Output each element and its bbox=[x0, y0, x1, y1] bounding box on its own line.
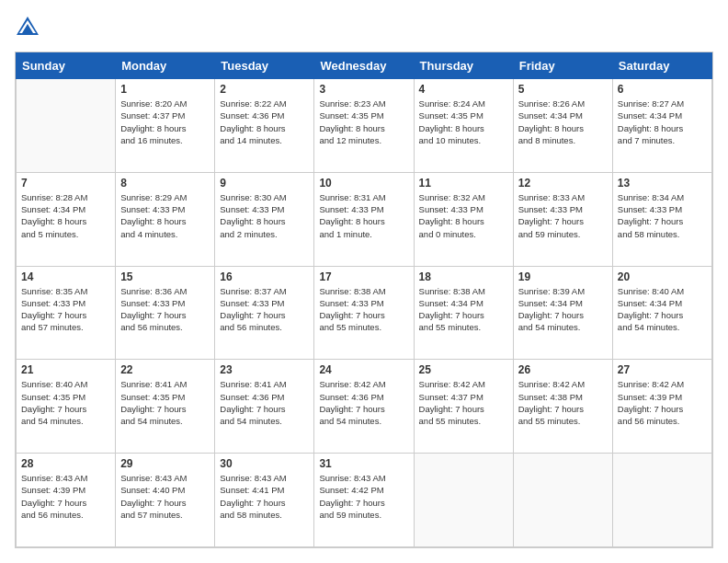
day-number: 8 bbox=[120, 177, 210, 190]
day-header-wednesday: Wednesday bbox=[314, 53, 414, 79]
day-number: 22 bbox=[120, 363, 210, 376]
calendar-cell: 18Sunrise: 8:38 AM Sunset: 4:34 PM Dayli… bbox=[414, 266, 513, 360]
calendar-cell: 13Sunrise: 8:34 AM Sunset: 4:33 PM Dayli… bbox=[612, 172, 711, 266]
day-header-sunday: Sunday bbox=[17, 53, 116, 79]
day-info: Sunrise: 8:33 AM Sunset: 4:33 PM Dayligh… bbox=[518, 191, 608, 240]
day-info: Sunrise: 8:31 AM Sunset: 4:33 PM Dayligh… bbox=[319, 191, 408, 240]
header bbox=[15, 15, 713, 40]
day-number: 16 bbox=[220, 270, 309, 283]
day-info: Sunrise: 8:22 AM Sunset: 4:36 PM Dayligh… bbox=[220, 98, 309, 146]
day-info: Sunrise: 8:30 AM Sunset: 4:33 PM Dayligh… bbox=[220, 191, 309, 240]
calendar-cell: 16Sunrise: 8:37 AM Sunset: 4:33 PM Dayli… bbox=[215, 266, 314, 360]
day-number: 20 bbox=[618, 270, 707, 283]
day-info: Sunrise: 8:43 AM Sunset: 4:39 PM Dayligh… bbox=[21, 472, 110, 521]
day-number: 26 bbox=[518, 363, 608, 376]
day-number: 30 bbox=[220, 457, 309, 470]
day-info: Sunrise: 8:20 AM Sunset: 4:37 PM Dayligh… bbox=[120, 98, 210, 146]
day-info: Sunrise: 8:27 AM Sunset: 4:34 PM Dayligh… bbox=[618, 98, 707, 146]
day-info: Sunrise: 8:42 AM Sunset: 4:39 PM Dayligh… bbox=[618, 378, 707, 427]
calendar-cell: 29Sunrise: 8:43 AM Sunset: 4:40 PM Dayli… bbox=[116, 454, 215, 547]
page: SundayMondayTuesdayWednesdayThursdayFrid… bbox=[0, 0, 728, 563]
day-header-friday: Friday bbox=[513, 53, 612, 79]
calendar-cell bbox=[513, 454, 612, 547]
calendar-cell bbox=[612, 454, 711, 547]
day-number: 23 bbox=[220, 363, 309, 376]
day-info: Sunrise: 8:28 AM Sunset: 4:34 PM Dayligh… bbox=[21, 191, 110, 240]
logo bbox=[15, 15, 44, 40]
day-info: Sunrise: 8:43 AM Sunset: 4:41 PM Dayligh… bbox=[220, 472, 309, 521]
day-number: 10 bbox=[319, 177, 408, 190]
day-number: 3 bbox=[319, 83, 408, 96]
day-number: 5 bbox=[518, 83, 608, 96]
calendar-cell: 23Sunrise: 8:41 AM Sunset: 4:36 PM Dayli… bbox=[215, 360, 314, 454]
calendar-cell: 27Sunrise: 8:42 AM Sunset: 4:39 PM Dayli… bbox=[612, 360, 711, 454]
calendar-cell: 1Sunrise: 8:20 AM Sunset: 4:37 PM Daylig… bbox=[116, 79, 215, 173]
day-info: Sunrise: 8:32 AM Sunset: 4:33 PM Dayligh… bbox=[419, 191, 508, 240]
day-info: Sunrise: 8:40 AM Sunset: 4:34 PM Dayligh… bbox=[618, 285, 707, 334]
day-info: Sunrise: 8:35 AM Sunset: 4:33 PM Dayligh… bbox=[21, 285, 110, 334]
logo-icon bbox=[15, 15, 40, 40]
day-number: 18 bbox=[419, 270, 508, 283]
day-info: Sunrise: 8:43 AM Sunset: 4:40 PM Dayligh… bbox=[120, 472, 210, 521]
calendar-cell: 25Sunrise: 8:42 AM Sunset: 4:37 PM Dayli… bbox=[414, 360, 513, 454]
day-number: 12 bbox=[518, 177, 608, 190]
day-info: Sunrise: 8:41 AM Sunset: 4:36 PM Dayligh… bbox=[220, 378, 309, 427]
calendar-cell bbox=[414, 454, 513, 547]
day-number: 14 bbox=[21, 270, 110, 283]
day-number: 1 bbox=[120, 83, 210, 96]
calendar-cell: 20Sunrise: 8:40 AM Sunset: 4:34 PM Dayli… bbox=[612, 266, 711, 360]
day-number: 31 bbox=[319, 457, 408, 470]
calendar-cell: 6Sunrise: 8:27 AM Sunset: 4:34 PM Daylig… bbox=[612, 79, 711, 173]
calendar-table: SundayMondayTuesdayWednesdayThursdayFrid… bbox=[16, 52, 712, 547]
calendar-cell: 8Sunrise: 8:29 AM Sunset: 4:33 PM Daylig… bbox=[116, 172, 215, 266]
day-info: Sunrise: 8:39 AM Sunset: 4:34 PM Dayligh… bbox=[518, 285, 608, 334]
day-info: Sunrise: 8:37 AM Sunset: 4:33 PM Dayligh… bbox=[220, 285, 309, 334]
calendar-cell: 22Sunrise: 8:41 AM Sunset: 4:35 PM Dayli… bbox=[116, 360, 215, 454]
calendar-cell: 7Sunrise: 8:28 AM Sunset: 4:34 PM Daylig… bbox=[17, 172, 116, 266]
day-header-tuesday: Tuesday bbox=[215, 53, 314, 79]
day-number: 25 bbox=[419, 363, 508, 376]
day-number: 29 bbox=[120, 457, 210, 470]
day-number: 13 bbox=[618, 177, 707, 190]
day-number: 15 bbox=[120, 270, 210, 283]
day-info: Sunrise: 8:43 AM Sunset: 4:42 PM Dayligh… bbox=[319, 472, 408, 521]
calendar-cell: 21Sunrise: 8:40 AM Sunset: 4:35 PM Dayli… bbox=[17, 360, 116, 454]
week-row-3: 21Sunrise: 8:40 AM Sunset: 4:35 PM Dayli… bbox=[17, 360, 712, 454]
calendar-cell: 12Sunrise: 8:33 AM Sunset: 4:33 PM Dayli… bbox=[513, 172, 612, 266]
day-info: Sunrise: 8:24 AM Sunset: 4:35 PM Dayligh… bbox=[419, 98, 508, 146]
calendar-cell: 5Sunrise: 8:26 AM Sunset: 4:34 PM Daylig… bbox=[513, 79, 612, 173]
calendar-cell: 24Sunrise: 8:42 AM Sunset: 4:36 PM Dayli… bbox=[314, 360, 414, 454]
day-number: 21 bbox=[21, 363, 110, 376]
day-number: 24 bbox=[319, 363, 408, 376]
day-info: Sunrise: 8:34 AM Sunset: 4:33 PM Dayligh… bbox=[618, 191, 707, 240]
calendar-header-row: SundayMondayTuesdayWednesdayThursdayFrid… bbox=[17, 53, 712, 79]
day-number: 4 bbox=[419, 83, 508, 96]
day-number: 2 bbox=[220, 83, 309, 96]
day-info: Sunrise: 8:29 AM Sunset: 4:33 PM Dayligh… bbox=[120, 191, 210, 240]
day-info: Sunrise: 8:36 AM Sunset: 4:33 PM Dayligh… bbox=[120, 285, 210, 334]
day-info: Sunrise: 8:42 AM Sunset: 4:37 PM Dayligh… bbox=[419, 378, 508, 427]
calendar-cell: 26Sunrise: 8:42 AM Sunset: 4:38 PM Dayli… bbox=[513, 360, 612, 454]
calendar-cell: 4Sunrise: 8:24 AM Sunset: 4:35 PM Daylig… bbox=[414, 79, 513, 173]
calendar-cell: 3Sunrise: 8:23 AM Sunset: 4:35 PM Daylig… bbox=[314, 79, 414, 173]
day-number: 28 bbox=[21, 457, 110, 470]
day-info: Sunrise: 8:38 AM Sunset: 4:34 PM Dayligh… bbox=[419, 285, 508, 334]
calendar-cell: 10Sunrise: 8:31 AM Sunset: 4:33 PM Dayli… bbox=[314, 172, 414, 266]
day-info: Sunrise: 8:42 AM Sunset: 4:38 PM Dayligh… bbox=[518, 378, 608, 427]
calendar-cell: 19Sunrise: 8:39 AM Sunset: 4:34 PM Dayli… bbox=[513, 266, 612, 360]
calendar-cell: 11Sunrise: 8:32 AM Sunset: 4:33 PM Dayli… bbox=[414, 172, 513, 266]
day-info: Sunrise: 8:26 AM Sunset: 4:34 PM Dayligh… bbox=[518, 98, 608, 146]
calendar: SundayMondayTuesdayWednesdayThursdayFrid… bbox=[15, 52, 713, 548]
day-number: 19 bbox=[518, 270, 608, 283]
calendar-cell: 31Sunrise: 8:43 AM Sunset: 4:42 PM Dayli… bbox=[314, 454, 414, 547]
day-header-monday: Monday bbox=[116, 53, 215, 79]
day-header-saturday: Saturday bbox=[612, 53, 711, 79]
day-number: 9 bbox=[220, 177, 309, 190]
day-header-thursday: Thursday bbox=[414, 53, 513, 79]
calendar-cell: 28Sunrise: 8:43 AM Sunset: 4:39 PM Dayli… bbox=[17, 454, 116, 547]
day-number: 6 bbox=[618, 83, 707, 96]
day-info: Sunrise: 8:40 AM Sunset: 4:35 PM Dayligh… bbox=[21, 378, 110, 427]
calendar-cell: 30Sunrise: 8:43 AM Sunset: 4:41 PM Dayli… bbox=[215, 454, 314, 547]
day-number: 17 bbox=[319, 270, 408, 283]
week-row-0: 1Sunrise: 8:20 AM Sunset: 4:37 PM Daylig… bbox=[17, 79, 712, 173]
